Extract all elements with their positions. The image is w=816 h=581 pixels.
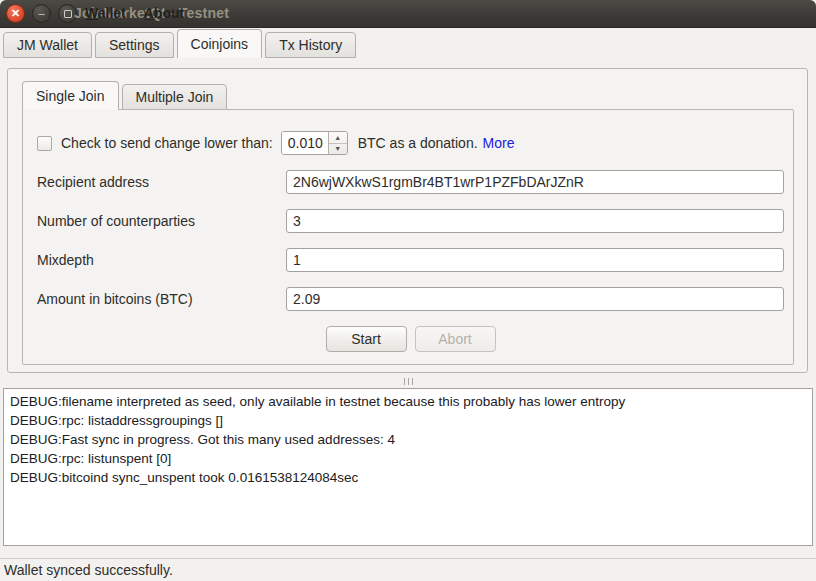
amount-label: Amount in bitcoins (BTC)	[37, 291, 286, 307]
mixdepth-row: Mixdepth	[37, 248, 784, 272]
donation-checkbox[interactable]	[37, 136, 52, 151]
menu-item-wallet[interactable]: Wallet	[76, 5, 135, 21]
recipient-address-label: Recipient address	[37, 174, 286, 190]
log-line: DEBUG:rpc: listaddressgroupings []	[10, 411, 806, 430]
tab-tx-history[interactable]: Tx History	[265, 32, 356, 58]
statusbar: Wallet synced successfully.	[0, 558, 816, 581]
join-tabbar: Single Join Multiple Join	[22, 83, 230, 110]
log-line: DEBUG:filename interpreted as seed, only…	[10, 392, 806, 411]
window-controls: ✕ –	[6, 4, 77, 23]
spin-up-icon[interactable]: ▲	[329, 132, 347, 144]
amount-row: Amount in bitcoins (BTC)	[37, 287, 784, 311]
counterparties-row: Number of counterparties	[37, 209, 784, 233]
spin-buttons: ▲ ▼	[328, 132, 347, 154]
tab-single-join[interactable]: Single Join	[22, 81, 119, 110]
mixdepth-input[interactable]	[286, 248, 784, 272]
donation-row: Check to send change lower than: ▲ ▼ BTC…	[37, 131, 784, 155]
recipient-address-row: Recipient address	[37, 170, 784, 194]
start-button[interactable]: Start	[326, 326, 407, 352]
donation-checkbox-label: Check to send change lower than:	[61, 135, 273, 151]
maximize-icon	[64, 10, 72, 18]
menubar: Wallet About	[76, 5, 193, 21]
counterparties-label: Number of counterparties	[37, 213, 286, 229]
close-button[interactable]: ✕	[6, 4, 25, 23]
donation-more-link[interactable]: More	[483, 135, 515, 151]
amount-input[interactable]	[286, 287, 784, 311]
counterparties-input[interactable]	[286, 209, 784, 233]
status-message: Wallet synced successfully.	[4, 562, 173, 578]
splitter-handle[interactable]	[0, 377, 816, 386]
single-join-pane: Check to send change lower than: ▲ ▼ BTC…	[22, 109, 794, 365]
tab-coinjoins[interactable]: Coinjoins	[177, 29, 263, 58]
menu-item-about[interactable]: About	[135, 5, 193, 21]
mixdepth-label: Mixdepth	[37, 252, 286, 268]
recipient-address-input[interactable]	[286, 170, 784, 194]
log-line: DEBUG:bitcoind sync_unspent took 0.01615…	[10, 468, 806, 487]
tab-multiple-join[interactable]: Multiple Join	[122, 84, 228, 110]
minimize-button[interactable]: –	[32, 4, 51, 23]
abort-button[interactable]: Abort	[415, 326, 496, 352]
donation-amount-input[interactable]	[282, 132, 328, 154]
tab-jm-wallet[interactable]: JM Wallet	[3, 32, 92, 58]
log-line: DEBUG:Fast sync in progress. Got this ma…	[10, 430, 806, 449]
donation-amount-spinbox: ▲ ▼	[281, 131, 348, 155]
tab-settings[interactable]: Settings	[95, 32, 174, 58]
main-tabbar: JM Wallet Settings Coinjoins Tx History	[3, 30, 359, 58]
donation-suffix-label: BTC as a donation.	[358, 135, 478, 151]
log-line: DEBUG:rpc: listunspent [0]	[10, 449, 806, 468]
action-buttons: Start Abort	[37, 326, 784, 352]
spin-down-icon[interactable]: ▼	[329, 144, 347, 155]
coinjoins-frame: Single Join Multiple Join Check to send …	[7, 68, 808, 373]
debug-log[interactable]: DEBUG:filename interpreted as seed, only…	[3, 388, 813, 546]
app-window: ✕ – JoinMarketQt - Testnet Wallet About …	[0, 0, 816, 581]
titlebar: ✕ – JoinMarketQt - Testnet Wallet About	[0, 0, 816, 28]
